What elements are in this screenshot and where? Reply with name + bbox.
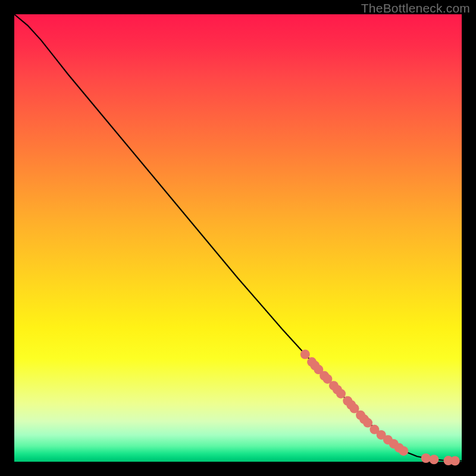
data-points-group [300, 350, 460, 466]
data-point [450, 456, 460, 466]
watermark-text: TheBottleneck.com [361, 1, 470, 15]
data-point [421, 453, 431, 463]
plot-area [14, 14, 462, 462]
chart-frame: TheBottleneck.com [0, 0, 476, 476]
data-point [336, 389, 346, 399]
chart-svg [14, 14, 462, 462]
data-point [429, 455, 439, 464]
curve-line [14, 14, 462, 461]
data-point [363, 418, 372, 428]
data-point [300, 350, 310, 359]
data-point [399, 446, 408, 456]
